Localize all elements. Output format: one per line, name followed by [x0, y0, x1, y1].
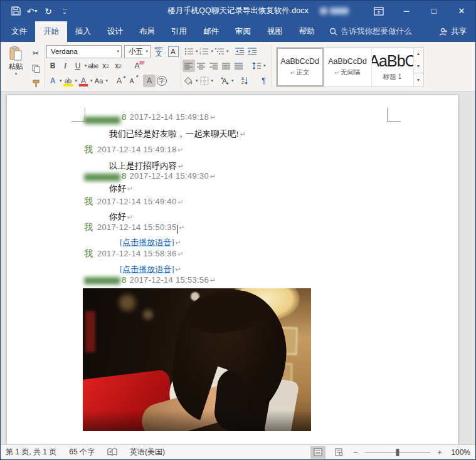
tab-file[interactable]: 文件	[3, 21, 35, 42]
chat-row-message: 我们已经是好友啦，一起来聊天吧! ↵	[84, 128, 385, 144]
line-spacing-button[interactable]	[250, 60, 263, 72]
shading-bucket-icon	[184, 76, 194, 85]
tell-me-search[interactable]: 告诉我你想要做什么	[329, 21, 412, 42]
change-case-button[interactable]: Aa	[93, 75, 105, 87]
bold-button[interactable]: B	[46, 60, 59, 72]
close-button[interactable]: ✕	[448, 1, 475, 21]
styles-scroll-down[interactable]: ▼	[414, 60, 423, 73]
word-count[interactable]: 65 个字	[69, 447, 95, 457]
zoom-in-button[interactable]: +	[436, 447, 443, 457]
zoom-slider-handle[interactable]	[396, 449, 399, 456]
me-name: 我	[84, 144, 93, 155]
align-center-button[interactable]	[195, 60, 208, 72]
styles-scroll-up[interactable]: ▲	[414, 48, 423, 60]
svg-text:3: 3	[199, 53, 201, 56]
grow-font-button[interactable]: A ▴	[113, 75, 125, 87]
chat-timestamp: 2017-12-14 15:49:18	[97, 145, 176, 154]
proofing-status[interactable]	[107, 448, 117, 456]
style-no-spacing[interactable]: AaBbCcDd ↵无间隔	[324, 48, 372, 86]
increase-indent-button[interactable]	[246, 45, 259, 58]
me-name: 我	[84, 222, 93, 233]
copy-button[interactable]	[29, 62, 42, 75]
tab-design[interactable]: 设计	[99, 21, 131, 42]
sort-button[interactable]: A Z	[239, 75, 251, 87]
tab-layout[interactable]: 布局	[131, 21, 163, 42]
font-name-select[interactable]: Verdana ▾	[46, 45, 122, 58]
paste-label: 粘贴	[9, 62, 23, 71]
distribute-button[interactable]	[233, 60, 245, 72]
zoom-out-button[interactable]: −	[352, 447, 359, 457]
tab-insert[interactable]: 插入	[67, 21, 99, 42]
minimize-button[interactable]: ─	[393, 1, 420, 21]
chat-row-me: 我 2017-12-14 15:49:18 ↵	[84, 144, 385, 160]
multilevel-list-button[interactable]	[213, 45, 226, 58]
share-button[interactable]: 共享	[439, 21, 475, 42]
format-painter-button[interactable]	[29, 77, 42, 90]
italic-button[interactable]: I	[59, 60, 71, 72]
character-shading-button[interactable]: A	[143, 75, 156, 87]
align-right-button[interactable]	[208, 60, 220, 72]
font-color-button[interactable]: A	[77, 75, 90, 87]
style-normal[interactable]: AaBbCcDd ↵正文	[277, 48, 324, 86]
undo-button[interactable]: ↶ ▾	[24, 4, 40, 19]
tab-mailings[interactable]: 邮件	[195, 21, 227, 42]
play-voice-link[interactable]: [点击播放语音]	[120, 264, 174, 275]
decrease-indent-button[interactable]	[234, 45, 246, 58]
ribbon-display-options-button[interactable]	[365, 1, 393, 21]
styles-more-button[interactable]: ▼	[414, 73, 423, 86]
superscript-button[interactable]: x2	[112, 60, 125, 72]
print-layout-icon	[314, 448, 322, 456]
chat-photo[interactable]	[83, 288, 311, 431]
chat-row-link: [点击播放语音] ↵	[120, 237, 385, 248]
bullets-button[interactable]	[182, 45, 195, 58]
highlight-color-button[interactable]: ab	[62, 75, 75, 87]
peer-name-suffix: 8	[122, 275, 127, 285]
text-effects-button[interactable]: A	[46, 75, 59, 87]
phonetic-guide-button[interactable]: wén 文	[152, 45, 165, 58]
customize-qat-button[interactable]: ⌄	[57, 4, 72, 19]
align-left-button[interactable]	[182, 60, 195, 72]
character-border-button[interactable]: A	[167, 45, 179, 58]
borders-button[interactable]	[198, 75, 211, 87]
shading-button[interactable]	[182, 75, 195, 87]
numbering-button[interactable]: 123	[198, 45, 211, 58]
document-page[interactable]: 8 2017-12-14 15:49:18 ↵ 我们已经是好友啦，一起来聊天吧!…	[7, 95, 458, 444]
chat-row-message: 以上是打招呼内容 ↵	[84, 160, 385, 171]
paragraph-mark: ↵	[127, 213, 133, 221]
paste-button[interactable]: 粘贴 ▾	[3, 44, 28, 90]
zoom-slider[interactable]	[365, 449, 430, 456]
language-indicator[interactable]: 英语(美国)	[130, 447, 165, 457]
play-voice-link[interactable]: [点击播放语音]	[120, 237, 174, 248]
view-web-layout-button[interactable]	[331, 446, 346, 459]
me-name: 我	[84, 196, 93, 207]
subscript-button[interactable]: x2	[100, 60, 112, 72]
zoom-level[interactable]: 100%	[449, 448, 470, 457]
tab-references[interactable]: 引用	[163, 21, 195, 42]
tab-review[interactable]: 审阅	[227, 21, 259, 42]
tab-view[interactable]: 视图	[259, 21, 291, 42]
style-heading1[interactable]: AaBbC 标题 1	[372, 48, 413, 86]
justify-icon	[222, 63, 231, 70]
save-button[interactable]	[8, 4, 23, 19]
justify-button[interactable]	[220, 60, 233, 72]
styles-gallery-scroller: ▲ ▼ ▼	[413, 48, 423, 86]
underline-button[interactable]: U	[71, 60, 84, 72]
chat-message-text: 你好	[109, 211, 126, 222]
tab-help[interactable]: 帮助	[291, 21, 323, 42]
chat-row-me: 我 2017-12-14 15:49:40 ↵	[84, 196, 385, 211]
cut-button[interactable]: ✂	[29, 47, 42, 60]
show-hide-marks-button[interactable]: ¶	[258, 75, 270, 87]
maximize-button[interactable]: □	[420, 1, 448, 21]
subscript-2: 2	[106, 63, 108, 69]
redo-button[interactable]: ↻	[41, 4, 56, 19]
font-size-select[interactable]: 小五 ▾	[124, 45, 151, 58]
page-indicator[interactable]: 第 1 页, 共 1 页	[6, 447, 56, 457]
clear-formatting-button[interactable]: A	[131, 60, 144, 72]
shrink-font-button[interactable]: A ▾	[125, 75, 138, 87]
strikethrough-button[interactable]: abc	[87, 60, 100, 72]
enclose-characters-button[interactable]: 字	[156, 75, 168, 87]
tab-home[interactable]: 开始	[35, 21, 67, 42]
photo-bottom-shadow	[83, 410, 311, 431]
asian-layout-button[interactable]: A	[218, 75, 231, 87]
view-print-layout-button[interactable]	[310, 446, 325, 459]
